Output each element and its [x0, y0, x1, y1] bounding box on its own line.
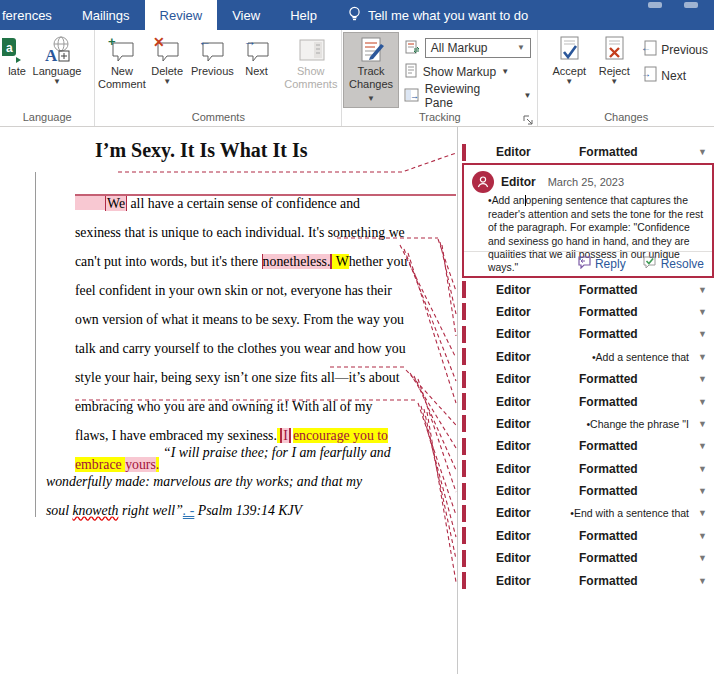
chevron-down-icon[interactable]: ▼ [698, 576, 707, 586]
comment-card[interactable]: Editor March 25, 2023 •Add anopening sen… [462, 163, 714, 278]
next-change-button[interactable]: → Next [640, 66, 708, 86]
chevron-down-icon[interactable]: ▼ [698, 307, 707, 317]
revision-row[interactable]: EditorFormatted▼ [458, 323, 714, 345]
resolve-button[interactable]: Resolve [642, 256, 704, 272]
chevron-down-icon[interactable]: ▼ [698, 486, 707, 496]
tab-view[interactable]: View [217, 0, 275, 30]
revision-change: •Add a sentence that [592, 351, 689, 363]
show-markup-icon [404, 63, 418, 82]
previous-change-label: Previous [661, 43, 708, 57]
revision-bar [462, 281, 466, 298]
tab-mailings[interactable]: Mailings [67, 0, 145, 30]
text-segment: sexiness that is unique to each individu… [75, 225, 405, 240]
chevron-down-icon[interactable]: ▼ [698, 508, 707, 518]
accept-icon [554, 35, 584, 65]
revision-row[interactable]: EditorFormatted▼ [458, 301, 714, 323]
language-button[interactable]: A Language ▼ [32, 33, 82, 86]
chevron-down-icon: ▼ [523, 92, 531, 100]
chevron-down-icon[interactable]: ▼ [698, 531, 707, 541]
reply-button[interactable]: Reply [576, 256, 626, 272]
revision-author: Editor [496, 372, 531, 386]
revision-list-top: EditorFormatted▼ [458, 141, 714, 163]
revision-row[interactable]: EditorFormatted▼ [458, 368, 714, 390]
text-segment: talk and carry yourself to the clothes y… [75, 341, 406, 356]
revision-row[interactable]: EditorFormatted▼ [458, 547, 714, 569]
previous-comment-button[interactable]: ← Previous [188, 33, 237, 78]
next-comment-button[interactable]: → Next [237, 33, 276, 78]
display-for-review-select[interactable]: All Markup ▼ [425, 38, 531, 58]
show-comments-button[interactable]: Show Comments [282, 33, 339, 91]
text-segment: right well” [118, 503, 182, 518]
chevron-down-icon[interactable]: ▼ [698, 464, 707, 474]
revision-row[interactable]: EditorFormatted▼ [458, 569, 714, 591]
revision-change: Formatted [579, 439, 638, 453]
tracking-dialog-launcher-icon[interactable] [523, 112, 534, 123]
highlight-pink-block [75, 196, 105, 210]
document-quote[interactable]: “I will praise thee; for I am fearfully … [46, 438, 476, 525]
text-segment: Psalm 139:14 KJV [194, 503, 302, 518]
tab-references[interactable]: ferences [0, 0, 67, 30]
lightbulb-icon [348, 6, 361, 25]
group-label-tracking: Tracking [342, 110, 537, 126]
svg-text:←: ← [641, 42, 651, 53]
document-title[interactable]: I’m Sexy. It Is What It Is [95, 139, 307, 162]
text-segment: wonderfully made: marvelous are thy work… [46, 474, 362, 489]
revision-change: •End with a sentence that [570, 507, 689, 519]
window-control-hint [648, 2, 662, 8]
revision-row[interactable]: EditorFormatted▼ [458, 480, 714, 502]
chevron-down-icon[interactable]: ▼ [698, 285, 707, 295]
new-comment-icon: + [107, 35, 137, 65]
reject-button[interactable]: Reject ▼ [592, 33, 636, 86]
revision-row[interactable]: EditorFormatted▼ [458, 435, 714, 457]
tell-me-box[interactable]: Tell me what you want to do [338, 0, 538, 30]
tab-review[interactable]: Review [145, 0, 218, 30]
reviewing-pane-button[interactable]: → Reviewing Pane ▼ [404, 86, 531, 106]
group-label-comments: Comments [95, 110, 341, 126]
chevron-down-icon[interactable]: ▼ [698, 147, 707, 157]
show-comments-label: Show [297, 65, 325, 78]
revision-bar [462, 550, 466, 567]
revision-change: Formatted [579, 529, 638, 543]
revision-bar [462, 348, 466, 365]
chevron-down-icon: ▼ [163, 78, 171, 86]
show-markup-button[interactable]: Show Markup ▼ [404, 62, 531, 82]
chevron-down-icon[interactable]: ▼ [698, 419, 707, 429]
display-for-review-value: All Markup [431, 41, 488, 55]
revision-row[interactable]: EditorFormatted▼ [458, 390, 714, 412]
tab-help[interactable]: Help [275, 0, 332, 30]
revision-row[interactable]: EditorFormatted▼ [458, 525, 714, 547]
translate-label: late [8, 65, 26, 78]
chevron-down-icon: ▼ [53, 78, 61, 86]
chevron-down-icon[interactable]: ▼ [698, 374, 707, 384]
revision-row[interactable]: EditorFormatted▼ [458, 458, 714, 480]
new-comment-button[interactable]: + New Comment [97, 33, 146, 91]
ribbon-tab-bar: ferences Mailings Review View Help Tell … [0, 0, 714, 30]
revision-bar [462, 527, 466, 544]
revision-list: EditorFormatted▼EditorFormatted▼EditorFo… [458, 278, 714, 591]
previous-change-button[interactable]: ← Previous [640, 40, 708, 60]
delete-comment-icon: ✕ [152, 35, 182, 65]
revision-author: Editor [496, 551, 531, 565]
translate-button[interactable]: a late [2, 33, 32, 78]
revision-row[interactable]: Editor•Add a sentence that▼ [458, 346, 714, 368]
chevron-down-icon[interactable]: ▼ [698, 441, 707, 451]
revision-change: Formatted [579, 372, 638, 386]
chevron-down-icon[interactable]: ▼ [698, 329, 707, 339]
revision-row[interactable]: EditorFormatted▼ [458, 141, 714, 163]
chevron-down-icon[interactable]: ▼ [698, 352, 707, 362]
text-segment: all have a certain sense of confidence a… [127, 196, 360, 211]
document-paragraph[interactable]: We all have a certain sense of confidenc… [75, 189, 495, 479]
revision-change: Formatted [579, 305, 638, 319]
highlight-ins-box: We [105, 196, 127, 211]
revision-row[interactable]: Editor•Change the phrase "I▼ [458, 413, 714, 435]
revision-row[interactable]: Editor•End with a sentence that▼ [458, 502, 714, 524]
reply-icon [576, 256, 591, 272]
delete-comment-button[interactable]: ✕ Delete ▼ [146, 33, 187, 86]
accept-button[interactable]: Accept ▼ [546, 33, 592, 86]
chevron-down-icon[interactable]: ▼ [698, 553, 707, 563]
show-markup-label: Show Markup [423, 65, 496, 79]
group-label-changes: Changes [538, 110, 714, 126]
revision-row[interactable]: EditorFormatted▼ [458, 278, 714, 300]
track-changes-button[interactable]: Track Changes ▼ [344, 33, 398, 107]
chevron-down-icon[interactable]: ▼ [698, 397, 707, 407]
